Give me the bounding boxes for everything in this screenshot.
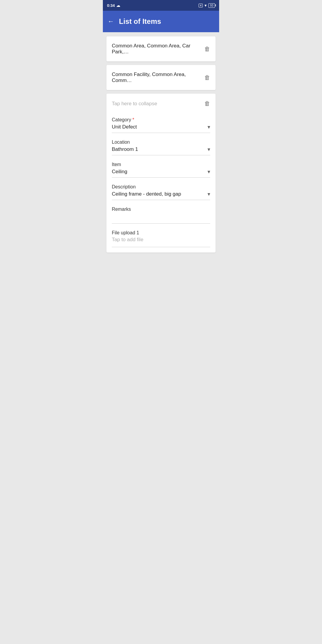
location-dropdown-arrow: ▾	[208, 146, 210, 153]
status-bar-right: ✕ ▾ 93	[199, 3, 215, 8]
location-value: Bathroom 1	[112, 146, 138, 152]
file-upload-1-label: File upload 1	[112, 230, 210, 236]
back-button[interactable]: ←	[108, 18, 114, 25]
page-title: List of Items	[119, 17, 161, 26]
description-value: Ceiling frame - dented, big gap	[112, 191, 181, 197]
category-select[interactable]: Unit Defect ▾	[112, 124, 210, 133]
list-item[interactable]: Common Facility, Common Area, Comm… 🗑	[106, 65, 216, 90]
battery-icon: 93	[208, 3, 215, 8]
cloud-icon	[116, 3, 120, 8]
expanded-card-body: Category * Unit Defect ▾ Location Bathro…	[106, 117, 216, 253]
description-label: Description	[112, 184, 210, 190]
location-label: Location	[112, 140, 210, 145]
delete-item-2-button[interactable]: 🗑	[201, 74, 210, 81]
item-value: Ceiling	[112, 169, 127, 175]
remarks-input[interactable]	[112, 213, 210, 224]
collapse-button[interactable]: Tap here to collapse	[112, 101, 157, 107]
expanded-card-header[interactable]: Tap here to collapse 🗑	[106, 94, 216, 111]
remarks-label: Remarks	[112, 207, 210, 212]
category-value: Unit Defect	[112, 124, 137, 130]
category-label: Category *	[112, 117, 210, 123]
list-item-text: Common Area, Common Area, Car Park,…	[112, 43, 201, 55]
main-content: Common Area, Common Area, Car Park,… 🗑 C…	[103, 32, 219, 257]
status-bar-left: 0:34	[107, 3, 120, 8]
category-dropdown-arrow: ▾	[208, 124, 210, 130]
location-select[interactable]: Bathroom 1 ▾	[112, 146, 210, 155]
file-upload-1-input[interactable]: Tap to add file	[112, 237, 210, 247]
file-upload-1-field: File upload 1 Tap to add file	[112, 230, 210, 247]
remarks-field: Remarks	[112, 207, 210, 224]
category-field: Category * Unit Defect ▾	[112, 117, 210, 133]
required-star: *	[132, 117, 134, 123]
item-select[interactable]: Ceiling ▾	[112, 168, 210, 178]
description-dropdown-arrow: ▾	[208, 191, 210, 197]
status-bar: 0:34 ✕ ▾ 93	[103, 0, 219, 11]
description-select[interactable]: Ceiling frame - dented, big gap ▾	[112, 191, 210, 200]
time-display: 0:34	[107, 3, 115, 8]
wifi-icon: ▾	[205, 3, 207, 8]
app-header: ← List of Items	[103, 11, 219, 32]
item-label: Item	[112, 162, 210, 167]
item-field: Item Ceiling ▾	[112, 162, 210, 178]
expanded-item-card: Tap here to collapse 🗑 Category * Unit D…	[106, 94, 216, 253]
signal-x-icon: ✕	[199, 4, 203, 7]
description-field: Description Ceiling frame - dented, big …	[112, 184, 210, 200]
remarks-value	[112, 213, 210, 221]
file-upload-1-placeholder: Tap to add file	[112, 237, 210, 244]
list-item[interactable]: Common Area, Common Area, Car Park,… 🗑	[106, 36, 216, 61]
delete-item-1-button[interactable]: 🗑	[201, 46, 210, 52]
item-dropdown-arrow: ▾	[208, 168, 210, 175]
location-field: Location Bathroom 1 ▾	[112, 140, 210, 155]
delete-expanded-item-button[interactable]: 🗑	[201, 100, 210, 107]
list-item-text: Common Facility, Common Area, Comm…	[112, 72, 201, 83]
